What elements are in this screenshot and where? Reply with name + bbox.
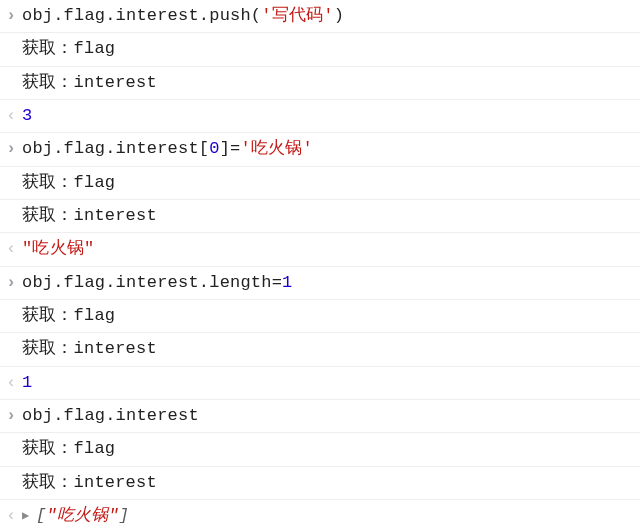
log-gutter (0, 435, 22, 436)
code-token: ) (334, 6, 344, 25)
console-result-row: ‹"吃火锅" (0, 233, 640, 266)
console-log-row: 获取：interest (0, 200, 640, 233)
log-content: 获取：interest (22, 335, 640, 363)
bracket-close: ] (119, 506, 129, 525)
input-prompt-icon: › (0, 402, 22, 429)
console-input-row: ›obj.flag.interest.length=1 (0, 267, 640, 300)
devtools-console[interactable]: ›obj.flag.interest.push('写代码')获取：flag获取：… (0, 0, 640, 529)
console-log-row: 获取：interest (0, 67, 640, 100)
output-prompt-icon: ‹ (0, 102, 22, 129)
console-log-row: 获取：flag (0, 167, 640, 200)
code-token: obj.flag.interest.length= (22, 273, 282, 292)
input-content: obj.flag.interest (22, 402, 640, 430)
log-content: 获取：flag (22, 302, 640, 330)
result-number: 1 (22, 373, 32, 392)
output-prompt-icon: ‹ (0, 369, 22, 396)
log-gutter (0, 469, 22, 470)
log-content: 获取：interest (22, 202, 640, 230)
console-input-row: ›obj.flag.interest (0, 400, 640, 433)
input-content: obj.flag.interest.length=1 (22, 269, 640, 297)
console-input-row: ›obj.flag.interest.push('写代码') (0, 0, 640, 33)
log-content: 获取：flag (22, 169, 640, 197)
log-gutter (0, 202, 22, 203)
console-result-row: ‹1 (0, 367, 640, 400)
result-number: 3 (22, 106, 32, 125)
result-content[interactable]: "吃火锅" (22, 235, 640, 263)
log-gutter (0, 169, 22, 170)
console-result-row: ‹▶["吃火锅"] (0, 500, 640, 529)
log-gutter (0, 69, 22, 70)
log-gutter (0, 302, 22, 303)
log-content: 获取：flag (22, 35, 640, 63)
input-prompt-icon: › (0, 269, 22, 296)
code-token: '吃火锅' (240, 139, 312, 158)
console-log-row: 获取：flag (0, 33, 640, 66)
log-gutter (0, 335, 22, 336)
output-prompt-icon: ‹ (0, 235, 22, 262)
console-log-row: 获取：flag (0, 433, 640, 466)
log-content: 获取：flag (22, 435, 640, 463)
code-token: '写代码' (261, 6, 333, 25)
result-content[interactable]: 1 (22, 369, 640, 397)
console-log-row: 获取：interest (0, 467, 640, 500)
code-token: obj.flag.interest[ (22, 139, 209, 158)
console-result-row: ‹3 (0, 100, 640, 133)
code-token: 1 (282, 273, 292, 292)
log-content: 获取：interest (22, 469, 640, 497)
console-log-row: 获取：flag (0, 300, 640, 333)
console-log-row: 获取：interest (0, 333, 640, 366)
input-prompt-icon: › (0, 135, 22, 162)
log-gutter (0, 35, 22, 36)
code-token: obj.flag.interest.push( (22, 6, 261, 25)
bracket-open: [ (36, 506, 46, 525)
output-prompt-icon: ‹ (0, 502, 22, 529)
log-content: 获取：interest (22, 69, 640, 97)
input-content: obj.flag.interest[0]='吃火锅' (22, 135, 640, 163)
result-content[interactable]: ▶["吃火锅"] (22, 502, 640, 529)
input-prompt-icon: › (0, 2, 22, 29)
array-element: "吃火锅" (46, 506, 118, 525)
console-input-row: ›obj.flag.interest[0]='吃火锅' (0, 133, 640, 166)
result-content[interactable]: 3 (22, 102, 640, 130)
result-array[interactable]: ["吃火锅"] (36, 506, 129, 525)
code-token: obj.flag.interest (22, 406, 199, 425)
disclosure-triangle-icon[interactable]: ▶ (22, 507, 34, 526)
code-token: 0 (209, 139, 219, 158)
input-content: obj.flag.interest.push('写代码') (22, 2, 640, 30)
code-token: ]= (220, 139, 241, 158)
result-string: "吃火锅" (22, 239, 94, 258)
